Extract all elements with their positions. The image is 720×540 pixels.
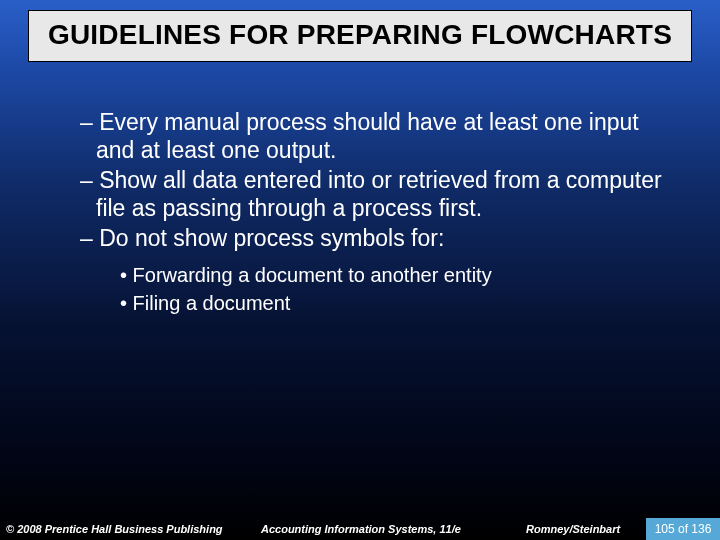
- slide-body: – Every manual process should have at le…: [62, 108, 678, 318]
- sub-bullet-1: Forwarding a document to another entity: [120, 262, 678, 288]
- title-box: GUIDELINES FOR PREPARING FLOWCHARTS: [28, 10, 692, 62]
- footer-page-number: 105 of 136: [646, 518, 720, 540]
- bullet-dash-2: – Show all data entered into or retrieve…: [62, 166, 678, 222]
- slide-title: GUIDELINES FOR PREPARING FLOWCHARTS: [39, 19, 681, 51]
- slide: GUIDELINES FOR PREPARING FLOWCHARTS – Ev…: [0, 0, 720, 540]
- bullet-dash-3: – Do not show process symbols for:: [62, 224, 678, 252]
- footer-center: Accounting Information Systems, 11/e: [261, 523, 526, 535]
- footer: © 2008 Prentice Hall Business Publishing…: [0, 518, 720, 540]
- sub-bullet-2: Filing a document: [120, 290, 678, 316]
- footer-copyright: © 2008 Prentice Hall Business Publishing: [0, 523, 261, 535]
- sub-bullet-list: Forwarding a document to another entity …: [62, 262, 678, 316]
- bullet-dash-1: – Every manual process should have at le…: [62, 108, 678, 164]
- footer-authors: Romney/Steinbart: [526, 523, 646, 535]
